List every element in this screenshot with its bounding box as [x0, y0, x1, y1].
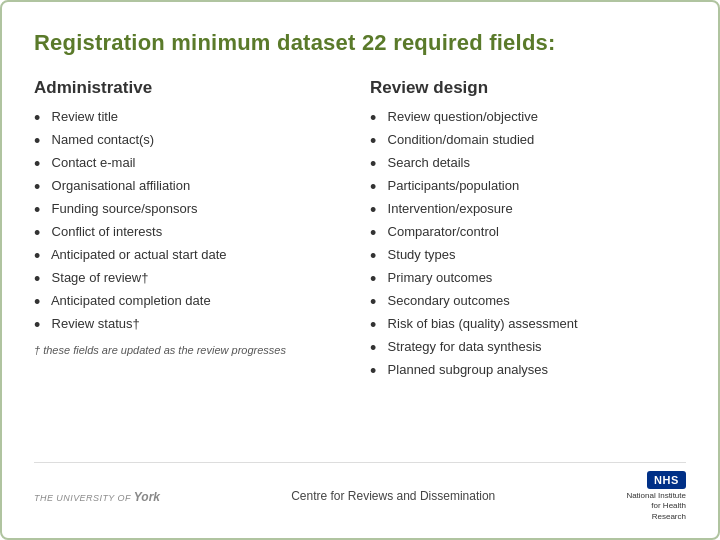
- bullet-dot: •: [34, 293, 48, 311]
- bullet-dot: •: [370, 224, 384, 242]
- list-item-text: Participants/population: [384, 177, 519, 195]
- bullet-dot: •: [34, 201, 48, 219]
- list-item-text: Condition/domain studied: [384, 131, 534, 149]
- list-item: • Contact e-mail: [34, 154, 350, 173]
- footer-right: NHS National Institutefor HealthResearch: [626, 471, 686, 522]
- list-item-text: Contact e-mail: [48, 154, 135, 172]
- bullet-dot: •: [370, 293, 384, 311]
- list-item: • Condition/domain studied: [370, 131, 686, 150]
- admin-heading: Administrative: [34, 78, 350, 98]
- list-item-text: Planned subgroup analyses: [384, 361, 548, 379]
- list-item-text: Funding source/sponsors: [48, 200, 198, 218]
- bullet-dot: •: [34, 109, 48, 127]
- slide: Registration minimum dataset 22 required…: [0, 0, 720, 540]
- list-item: • Participants/population: [370, 177, 686, 196]
- review-heading: Review design: [370, 78, 686, 98]
- list-item-text: Intervention/exposure: [384, 200, 513, 218]
- bullet-dot: •: [34, 132, 48, 150]
- list-item: • Primary outcomes: [370, 269, 686, 288]
- slide-title: Registration minimum dataset 22 required…: [34, 30, 686, 56]
- list-item-text: Named contact(s): [48, 131, 154, 149]
- list-item: • Anticipated completion date: [34, 292, 350, 311]
- list-item: • Strategy for data synthesis: [370, 338, 686, 357]
- list-item: • Stage of review†: [34, 269, 350, 288]
- bullet-dot: •: [370, 155, 384, 173]
- admin-column: Administrative • Review title• Named con…: [34, 78, 350, 452]
- list-item-text: Review question/objective: [384, 108, 538, 126]
- bullet-dot: •: [370, 362, 384, 380]
- list-item: • Review title: [34, 108, 350, 127]
- list-item: • Risk of bias (quality) assessment: [370, 315, 686, 334]
- bullet-dot: •: [370, 316, 384, 334]
- list-item-text: Comparator/control: [384, 223, 499, 241]
- list-item-text: Organisational affiliation: [48, 177, 190, 195]
- bullet-dot: •: [370, 132, 384, 150]
- list-item-text: Study types: [384, 246, 456, 264]
- list-item: • Comparator/control: [370, 223, 686, 242]
- list-item: • Secondary outcomes: [370, 292, 686, 311]
- footnote: † these fields are updated as the review…: [34, 344, 350, 356]
- list-item-text: Secondary outcomes: [384, 292, 510, 310]
- footer-left: THE UNIVERSITY OF York: [34, 489, 160, 504]
- list-item: • Named contact(s): [34, 131, 350, 150]
- list-item-text: Review title: [48, 108, 118, 126]
- bullet-dot: •: [370, 339, 384, 357]
- bullet-dot: •: [34, 270, 48, 288]
- bullet-dot: •: [34, 155, 48, 173]
- uni-label: THE UNIVERSITY OF York: [34, 492, 160, 503]
- list-item-text: Review status†: [48, 315, 140, 333]
- bullet-dot: •: [370, 201, 384, 219]
- list-item: • Organisational affiliation: [34, 177, 350, 196]
- list-item-text: Anticipated completion date: [48, 292, 211, 310]
- footer: THE UNIVERSITY OF York Centre for Review…: [34, 462, 686, 522]
- list-item-text: Search details: [384, 154, 470, 172]
- list-item: • Intervention/exposure: [370, 200, 686, 219]
- list-item-text: Strategy for data synthesis: [384, 338, 542, 356]
- list-item-text: Primary outcomes: [384, 269, 492, 287]
- bullet-dot: •: [34, 224, 48, 242]
- list-item-text: Risk of bias (quality) assessment: [384, 315, 578, 333]
- list-item: • Search details: [370, 154, 686, 173]
- nhs-badge: NHS: [647, 471, 686, 489]
- list-item-text: Conflict of interests: [48, 223, 162, 241]
- bullet-dot: •: [370, 270, 384, 288]
- list-item: • Funding source/sponsors: [34, 200, 350, 219]
- bullet-dot: •: [34, 316, 48, 334]
- list-item-text: Anticipated or actual start date: [48, 246, 227, 264]
- review-list: • Review question/objective• Condition/d…: [370, 108, 686, 380]
- review-column: Review design • Review question/objectiv…: [370, 78, 686, 452]
- bullet-dot: •: [370, 247, 384, 265]
- list-item: • Study types: [370, 246, 686, 265]
- list-item: • Planned subgroup analyses: [370, 361, 686, 380]
- list-item-text: Stage of review†: [48, 269, 148, 287]
- university-logo: THE UNIVERSITY OF York: [34, 489, 160, 504]
- bullet-dot: •: [370, 178, 384, 196]
- admin-list: • Review title• Named contact(s)• Contac…: [34, 108, 350, 334]
- list-item: • Anticipated or actual start date: [34, 246, 350, 265]
- list-item: • Review question/objective: [370, 108, 686, 127]
- bullet-dot: •: [34, 247, 48, 265]
- centre-label: Centre for Reviews and Dissemination: [291, 489, 495, 503]
- columns: Administrative • Review title• Named con…: [34, 78, 686, 452]
- list-item: • Conflict of interests: [34, 223, 350, 242]
- bullet-dot: •: [370, 109, 384, 127]
- nhs-sublabel: National Institutefor HealthResearch: [626, 491, 686, 522]
- bullet-dot: •: [34, 178, 48, 196]
- list-item: • Review status†: [34, 315, 350, 334]
